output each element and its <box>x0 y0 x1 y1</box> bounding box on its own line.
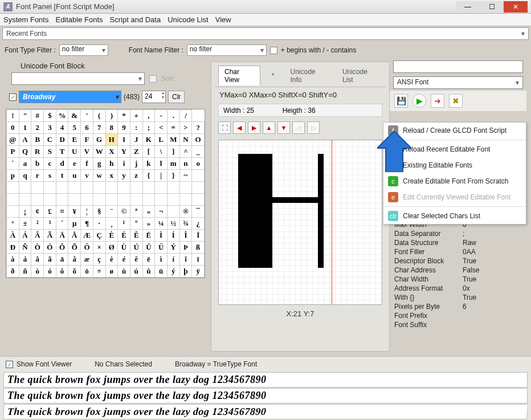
glyph-cell[interactable]: Ú <box>130 242 142 254</box>
glyph-cell[interactable]: ù <box>118 266 130 278</box>
glyph-cell[interactable]: 3 <box>44 122 56 134</box>
glyph-cell[interactable]: ; <box>142 122 155 134</box>
glyph-cell[interactable]: ® <box>179 206 192 218</box>
glyph-grid[interactable]: !"#$%&'()*+,-./0123456789:;<=>?@ABCDEFGH… <box>6 109 205 278</box>
glyph-cell[interactable]: 5 <box>68 122 81 134</box>
glyph-cell[interactable]: ó <box>44 266 56 278</box>
glyph-cell[interactable]: ë <box>142 254 155 266</box>
glyph-cell[interactable]: E <box>68 134 81 146</box>
glyph-cell[interactable]: 0 <box>7 122 19 134</box>
menu-unicode-list[interactable]: Unicode List <box>168 15 209 24</box>
nav-right-icon[interactable]: ▶ <box>248 121 260 134</box>
font-name-select[interactable]: Broadway <box>19 91 121 103</box>
glyph-cell[interactable]: µ <box>68 218 81 230</box>
glyph-cell[interactable] <box>7 194 19 206</box>
glyph-cell[interactable]: O <box>192 134 205 146</box>
save-icon[interactable]: 💾 <box>394 94 408 108</box>
glyph-cell[interactable]: Î <box>179 230 192 242</box>
glyph-cell[interactable]: ß <box>192 242 205 254</box>
nav-left-icon[interactable]: ◀ <box>233 121 246 134</box>
glyph-cell[interactable]: â <box>31 254 44 266</box>
glyph-cell[interactable]: v <box>81 170 93 182</box>
glyph-cell[interactable]: Ê <box>130 230 142 242</box>
glyph-cell[interactable]: ] <box>167 146 179 158</box>
glyph-cell[interactable]: $ <box>44 110 56 122</box>
glyph-cell[interactable]: Ó <box>44 242 56 254</box>
menu-system-fonts[interactable]: System Fonts <box>3 15 48 24</box>
glyph-cell[interactable]: j <box>130 158 142 170</box>
glyph-cell[interactable]: L <box>155 134 168 146</box>
nav-next-icon[interactable]: ▷ <box>307 121 320 134</box>
glyph-cell[interactable]: ( <box>93 110 105 122</box>
glyph-cell[interactable]: ï <box>192 254 205 266</box>
glyph-cell[interactable]: ¸ <box>105 218 118 230</box>
glyph-cell[interactable]: A <box>19 134 31 146</box>
glyph-cell[interactable]: w <box>93 170 105 182</box>
tab-unicode-list[interactable]: Unicode List <box>338 66 382 85</box>
glyph-cell[interactable]: ³ <box>44 218 56 230</box>
glyph-cell[interactable] <box>93 194 105 206</box>
glyph-cell[interactable]: § <box>93 206 105 218</box>
glyph-cell[interactable]: Å <box>68 230 81 242</box>
font-type-filter-select[interactable]: no filter <box>59 44 108 56</box>
glyph-cell[interactable] <box>56 194 68 206</box>
glyph-cell[interactable]: õ <box>68 266 81 278</box>
glyph-cell[interactable]: 1 <box>19 122 31 134</box>
glyph-cell[interactable] <box>7 182 19 194</box>
nav-reset-icon[interactable]: ⛶ <box>218 121 231 134</box>
glyph-cell[interactable]: Æ <box>81 230 93 242</box>
close-button[interactable]: ✕ <box>504 1 528 13</box>
glyph-cell[interactable]: ò <box>31 266 44 278</box>
glyph-cell[interactable]: | <box>155 170 168 182</box>
glyph-cell[interactable]: ã <box>44 254 56 266</box>
glyph-cell[interactable] <box>192 170 205 182</box>
glyph-cell[interactable]: Ì <box>155 230 168 242</box>
glyph-cell[interactable]: k <box>142 158 155 170</box>
glyph-cell[interactable]: V <box>81 146 93 158</box>
glyph-cell[interactable] <box>7 206 19 218</box>
glyph-cell[interactable] <box>68 182 81 194</box>
glyph-cell[interactable]: Z <box>130 146 142 158</box>
glyph-cell[interactable] <box>167 182 179 194</box>
play-icon[interactable]: ▶ <box>412 94 426 108</box>
show-viewer-checkbox[interactable]: ✓ <box>6 361 13 368</box>
glyph-cell[interactable]: X <box>105 146 118 158</box>
unicode-block-select[interactable] <box>11 72 145 85</box>
glyph-cell[interactable]: B <box>31 134 44 146</box>
glyph-cell[interactable]: ¨ <box>105 206 118 218</box>
glyph-cell[interactable]: u <box>68 170 81 182</box>
glyph-cell[interactable]: _ <box>192 146 205 158</box>
glyph-cell[interactable]: h <box>105 158 118 170</box>
glyph-cell[interactable]: J <box>130 134 142 146</box>
menu-script-data[interactable]: Script and Data <box>110 15 161 24</box>
font-name-filter-select[interactable]: no filter <box>187 44 267 56</box>
glyph-cell[interactable] <box>31 194 44 206</box>
glyph-cell[interactable]: * <box>118 110 130 122</box>
glyph-cell[interactable]: Ü <box>155 242 168 254</box>
glyph-cell[interactable]: ^ <box>179 146 192 158</box>
glyph-cell[interactable]: 6 <box>81 122 93 134</box>
glyph-cell[interactable]: Ò <box>31 242 44 254</box>
glyph-cell[interactable]: Ñ <box>19 242 31 254</box>
tab-star[interactable]: * <box>267 70 279 81</box>
glyph-cell[interactable]: ) <box>105 110 118 122</box>
glyph-cell[interactable]: ê <box>130 254 142 266</box>
glyph-cell[interactable]: b <box>31 158 44 170</box>
glyph-cell[interactable]: G <box>93 134 105 146</box>
glyph-cell[interactable]: £ <box>44 206 56 218</box>
glyph-cell[interactable]: ÿ <box>192 266 205 278</box>
glyph-cell[interactable]: s <box>44 170 56 182</box>
nav-prev-icon[interactable]: ◁ <box>292 121 305 134</box>
glyph-cell[interactable]: ñ <box>19 266 31 278</box>
glyph-cell[interactable]: - <box>155 110 168 122</box>
glyph-cell[interactable] <box>155 194 168 206</box>
glyph-cell[interactable] <box>19 182 31 194</box>
glyph-cell[interactable]: Á <box>19 230 31 242</box>
glyph-cell[interactable]: M <box>167 134 179 146</box>
glyph-cell[interactable]: f <box>81 158 93 170</box>
glyph-cell[interactable]: Õ <box>68 242 81 254</box>
glyph-cell[interactable]: ¾ <box>179 218 192 230</box>
glyph-cell[interactable]: 4 <box>56 122 68 134</box>
glyph-cell[interactable]: ½ <box>167 218 179 230</box>
glyph-cell[interactable]: @ <box>7 134 19 146</box>
